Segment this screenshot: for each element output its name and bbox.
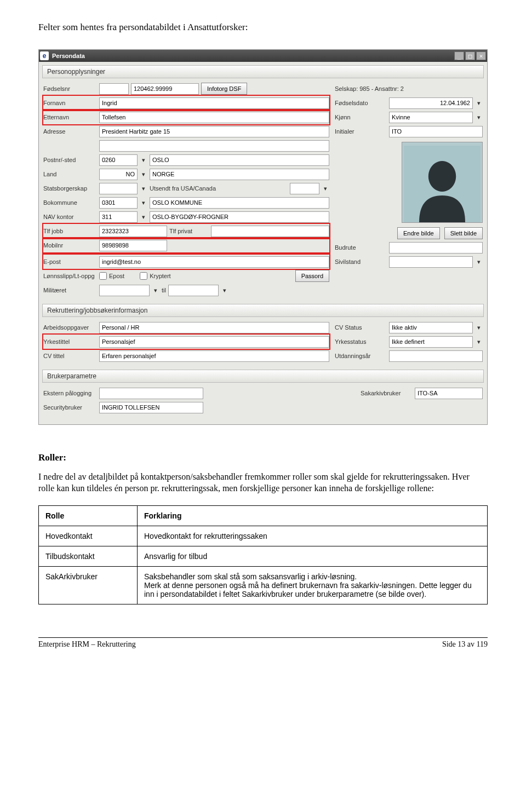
kryptert-checkbox[interactable] [140,272,147,280]
profile-photo [402,142,483,223]
stats-field[interactable] [99,183,138,194]
nav-name-field[interactable] [150,211,329,223]
label-stats: Statsborgerskap [43,185,97,192]
table-header-forklaring: Forklaring [138,505,488,526]
fodselsdato-field[interactable] [389,97,473,109]
mobil-field[interactable] [99,240,167,251]
yrk-field[interactable] [99,336,329,348]
adresse2-field[interactable] [99,140,329,152]
section-bruker-header: Brukerparametre [42,370,484,383]
persondata-window: e Persondata _ □ × Personopplysninger Fø… [38,49,488,425]
fodselsnr-b-field[interactable] [131,83,199,95]
chevron-down-icon[interactable]: ▾ [221,287,228,294]
utd-field[interactable] [389,350,483,362]
tlf-jobb-field[interactable] [99,226,167,237]
epost-checkbox[interactable] [99,272,107,280]
militar-til-field[interactable] [168,285,219,296]
chevron-down-icon[interactable]: ▾ [322,185,329,192]
nav-code-field[interactable] [99,211,138,223]
passord-button[interactable]: Passord [295,270,329,282]
label-fodselsdato: Fødselsdato [335,100,387,106]
close-button[interactable]: × [476,51,486,60]
cvs-field[interactable] [389,322,473,333]
label-yrk: Yrkestittel [43,338,97,345]
endre-bilde-button[interactable]: Endre bilde [397,227,440,239]
page-heading: Felter som hentes fra persondatabildet i… [38,22,488,33]
label-fornavn: Fornavn [43,100,97,106]
table-row: Hovedkontakt Hovedkontakt for rekrutteri… [39,526,488,546]
role-table: Rolle Forklaring Hovedkontakt Hovedkonta… [38,505,488,604]
label-yrks: Yrkesstatus [335,338,387,345]
utsendt-field[interactable] [290,183,319,194]
budrute-field[interactable] [389,242,483,254]
sivilstand-field[interactable] [389,256,473,268]
sec-field[interactable] [99,402,203,413]
chevron-down-icon[interactable]: ▾ [140,199,147,206]
footer-left: Enterprise HRM – Rekruttering [38,640,136,649]
ekst-field[interactable] [99,388,203,399]
bokom-name-field[interactable] [150,197,329,209]
fornavn-field[interactable] [99,97,329,109]
label-mobil: Mobilnr [43,242,97,249]
label-etternavn: Etternavn [43,114,97,120]
section-person-header: Personopplysninger [42,65,484,78]
label-tlf-privat: Tlf privat [169,228,209,234]
chevron-down-icon[interactable]: ▾ [140,185,147,192]
label-kryptert-cb: Kryptert [150,273,171,279]
chevron-down-icon[interactable]: ▾ [475,100,483,107]
label-til: til [162,287,166,293]
label-utd: Utdanningsår [335,353,387,359]
label-budrute: Budrute [335,244,387,251]
fodselsnr-a-field[interactable] [99,83,129,95]
sak-field[interactable] [415,388,483,399]
infotorg-button[interactable]: Infotorg DSF [201,83,247,95]
label-adresse: Adresse [43,128,97,135]
chevron-down-icon[interactable]: ▾ [152,287,159,294]
roller-text: I nedre del av detaljbildet på kontaktpe… [38,471,488,494]
militar-fra-field[interactable] [99,285,150,296]
kjonn-field[interactable] [389,112,473,123]
postnr-field[interactable] [99,154,138,166]
table-row: Tilbudskontakt Ansvarlig for tilbud [39,546,488,566]
land-name-field[interactable] [150,169,329,180]
chevron-down-icon[interactable]: ▾ [475,338,483,345]
initialer-field[interactable] [389,126,483,137]
land-code-field[interactable] [99,169,138,180]
chevron-down-icon[interactable]: ▾ [475,114,483,121]
label-bokom: Bokommune [43,199,97,206]
poststed-field[interactable] [150,154,329,166]
roller-title: Roller: [38,452,488,463]
yrks-field[interactable] [389,336,473,348]
page-footer: Enterprise HRM – Rekruttering Side 13 av… [38,638,488,649]
label-land: Land [43,171,97,177]
label-nav: NAV kontor [43,214,97,220]
section-rekr-header: Rekruttering/jobbsøkerinformasjon [42,304,484,317]
bokom-code-field[interactable] [99,197,138,209]
minimize-button[interactable]: _ [454,51,464,60]
tlf-privat-field[interactable] [211,226,329,237]
app-logo-icon: e [40,51,49,60]
label-tlf-jobb: Tlf jobb [43,228,97,234]
arb-field[interactable] [99,322,329,333]
etternavn-field[interactable] [99,112,329,123]
label-epost-cb: Epost [109,273,124,279]
epost-field[interactable] [99,256,329,268]
label-lonnslipp: Lønnsslipp/Lt-oppg [43,273,97,279]
label-fodselsnr: Fødselsnr [43,85,97,92]
chevron-down-icon[interactable]: ▾ [140,171,147,178]
label-sak: Sakarkivbruker [361,390,413,396]
label-epost: E-post [43,258,97,265]
label-utsendt: Utsendt fra USA/Canada [150,185,288,192]
label-militar: Militæret [43,287,97,293]
label-initialer: Initialer [335,128,387,135]
chevron-down-icon[interactable]: ▾ [140,157,147,164]
slett-bilde-button[interactable]: Slett bilde [444,227,483,239]
chevron-down-icon[interactable]: ▾ [140,214,147,221]
chevron-down-icon[interactable]: ▾ [475,258,483,266]
cvt-field[interactable] [99,350,329,362]
titlebar: e Persondata _ □ × [39,50,487,62]
adresse-field[interactable] [99,126,329,137]
label-cvs: CV Status [335,324,387,331]
chevron-down-icon[interactable]: ▾ [475,324,483,331]
maximize-button[interactable]: □ [465,51,475,60]
